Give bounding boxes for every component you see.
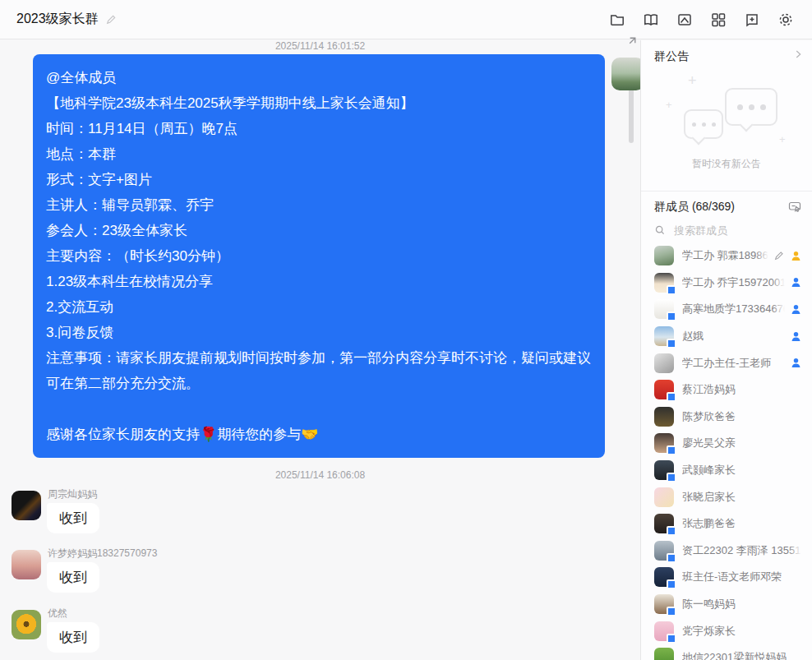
mobile-online-badge — [667, 392, 676, 402]
sender-name: 许梦婷妈妈18327570973 — [48, 547, 157, 561]
edit-remark-icon[interactable] — [773, 250, 785, 261]
top-bar: 2023级家长群 — [0, 0, 812, 39]
member-row[interactable]: 资工22302 李雨泽 13551874 — [641, 538, 812, 565]
member-avatar — [654, 246, 674, 265]
member-row[interactable]: 地信22301梁新悦妈妈 — [641, 644, 812, 660]
group-side-panel: 群公告 + + + 暂时没有新公告 群成员 (68/369) — [640, 40, 812, 660]
edit-title-icon[interactable] — [105, 14, 117, 25]
mobile-online-badge — [667, 339, 676, 348]
message-bubble[interactable]: 收到 — [47, 622, 99, 653]
settings-icon[interactable] — [776, 10, 796, 30]
member-name: 赵娥 — [682, 329, 785, 344]
announcement-lines: @全体成员【地科学院23级本科生2025秋季学期期中线上家长会通知】时间：11月… — [46, 65, 592, 447]
member-avatar — [654, 353, 674, 373]
member-name: 班主任-语文老师邓荣 — [682, 570, 801, 584]
role-person-icon — [791, 251, 801, 261]
sender-name: 优然 — [48, 607, 67, 621]
announcement-message-bubble[interactable]: @全体成员【地科学院23级本科生2025秋季学期期中线上家长会通知】时间：11月… — [33, 54, 605, 458]
image-icon[interactable] — [675, 10, 694, 30]
member-avatar[interactable] — [12, 610, 41, 639]
member-avatar[interactable] — [12, 550, 41, 579]
member-row[interactable]: 高寒地质学1733646768 — [641, 296, 812, 323]
member-row[interactable]: 陈梦欣爸爸 — [641, 404, 812, 431]
announcement-line — [46, 396, 592, 422]
announcement-line: @全体成员 — [46, 65, 592, 90]
group-title: 2023级家长群 — [16, 11, 99, 28]
member-name: 张晓启家长 — [682, 490, 801, 505]
role-person-icon — [791, 304, 801, 315]
announcement-line: 主讲人：辅导员郭霖、乔宇 — [46, 192, 592, 218]
chat-window: 2023级家长群 2025/11/14 1 — [0, 0, 812, 660]
member-search-input[interactable] — [672, 224, 782, 238]
member-row[interactable]: 蔡江浩妈妈 — [641, 376, 812, 404]
member-name: 蔡江浩妈妈 — [682, 382, 801, 397]
member-name: 地信22301梁新悦妈妈 — [682, 650, 801, 660]
speech-bubble-icon — [725, 88, 777, 126]
collapse-panel-icon[interactable] — [626, 35, 639, 47]
empty-announcement-illustration: + + + — [641, 73, 812, 155]
role-person-icon — [791, 358, 801, 368]
announcement-line: 时间：11月14日（周五）晚7点 — [46, 116, 592, 141]
member-avatar — [654, 648, 674, 660]
folder-icon[interactable] — [607, 10, 627, 30]
announcement-panel-title[interactable]: 群公告 — [654, 49, 689, 64]
plus-decoration-icon: + — [666, 99, 672, 110]
member-row[interactable]: 班主任-语文老师邓荣 — [641, 564, 812, 591]
mobile-online-badge — [667, 553, 676, 563]
member-list: 学工办 郭霖189866 学工办 乔宇1597200196 高寒地质学17336… — [641, 242, 812, 660]
mobile-online-badge — [667, 445, 676, 455]
message-bubble[interactable]: 收到 — [47, 562, 99, 593]
announcement-line: 3.问卷反馈 — [46, 320, 592, 345]
member-row[interactable]: 陈一鸣妈妈 — [641, 591, 812, 618]
member-search — [654, 221, 800, 239]
member-name: 陈梦欣爸爸 — [682, 409, 801, 424]
members-panel: 群成员 (68/369) 学工办 郭霖189866 — [641, 191, 812, 660]
member-name: 廖光昊父亲 — [682, 436, 801, 450]
timestamp: 2025/11/14 16:06:08 — [0, 469, 640, 481]
role-person-icon — [791, 277, 801, 288]
member-avatar — [654, 407, 674, 427]
mobile-online-badge — [667, 526, 676, 536]
member-row[interactable]: 党宇烁家长 — [641, 617, 812, 644]
grid-icon[interactable] — [708, 10, 728, 30]
sender-avatar[interactable] — [611, 58, 644, 90]
member-avatar[interactable] — [12, 491, 41, 520]
mobile-online-badge — [667, 634, 676, 644]
member-row[interactable]: 赵娥 — [641, 323, 812, 350]
member-row[interactable]: 张晓启家长 — [641, 483, 812, 510]
announcement-line: 1.23级本科生在校情况分享 — [46, 269, 592, 294]
message-bubble[interactable]: 收到 — [47, 503, 99, 533]
announcement-line: 2.交流互动 — [46, 294, 592, 320]
add-window-icon[interactable] — [742, 10, 762, 30]
member-name: 学工办 郭霖189866 — [682, 248, 768, 263]
announcement-line: 形式：文字+图片 — [46, 167, 592, 192]
mobile-online-badge — [667, 579, 676, 589]
sender-name: 周宗灿妈妈 — [48, 487, 97, 501]
book-icon[interactable] — [641, 10, 661, 30]
mobile-online-badge — [667, 607, 676, 616]
announcement-line: 主要内容：（时长约30分钟） — [46, 243, 592, 269]
member-name: 学工办主任-王老师 — [682, 356, 785, 371]
member-row[interactable]: 张志鹏爸爸 — [641, 510, 812, 538]
mobile-online-badge — [667, 285, 676, 295]
role-person-icon — [791, 331, 801, 342]
member-avatar — [654, 487, 674, 507]
member-row[interactable]: 武颢峰家长 — [641, 457, 812, 484]
member-name: 学工办 乔宇1597200196 — [682, 275, 785, 290]
plus-decoration-icon: + — [779, 134, 786, 145]
member-name: 武颢峰家长 — [682, 463, 801, 478]
mobile-online-badge — [667, 312, 676, 321]
chat-area: 2025/11/14 16:01:52 @全体成员【地科学院23级本科生2025… — [0, 40, 640, 660]
member-row[interactable]: 廖光昊父亲 — [641, 430, 812, 457]
member-chat-settings-icon[interactable] — [788, 200, 801, 213]
member-name: 张志鹏爸爸 — [682, 516, 801, 531]
announcement-line: 注意事项：请家长朋友提前规划时间按时参加，第一部分内容分享时不讨论，疑问或建议可… — [46, 345, 592, 396]
search-icon — [654, 224, 666, 236]
member-row[interactable]: 学工办 郭霖189866 — [641, 242, 812, 270]
member-row[interactable]: 学工办主任-王老师 — [641, 349, 812, 376]
announcement-line: 感谢各位家长朋友的支持🌹期待您的参与🤝 — [46, 422, 592, 447]
chevron-right-icon[interactable] — [792, 48, 804, 60]
member-row[interactable]: 学工办 乔宇1597200196 — [641, 270, 812, 297]
announcement-line: 参会人：23级全体家长 — [46, 218, 592, 243]
announcement-line: 【地科学院23级本科生2025秋季学期期中线上家长会通知】 — [46, 90, 592, 116]
